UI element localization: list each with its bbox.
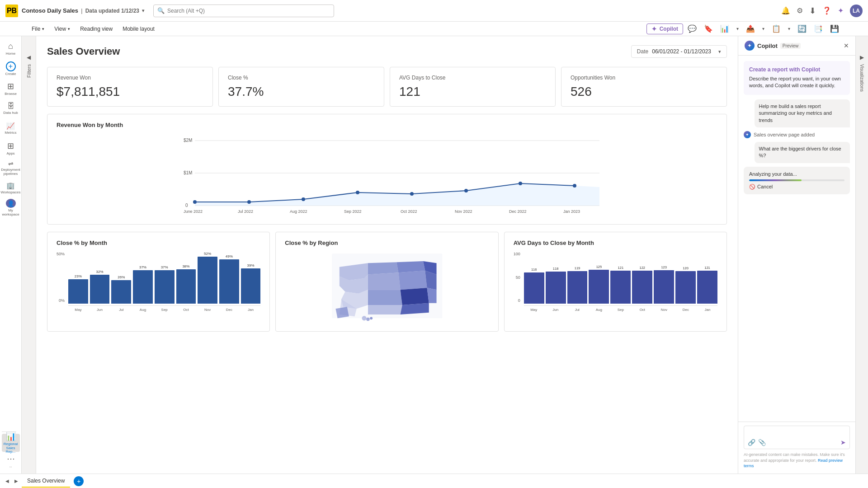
avg-bar-label: 125 bbox=[596, 265, 602, 269]
svg-text:Dec 2022: Dec 2022 bbox=[509, 209, 527, 214]
sidebar-item-deployment[interactable]: ⇌ Deployment pipelines bbox=[2, 159, 20, 177]
filter-label[interactable]: Filters bbox=[26, 64, 32, 78]
sidebar-item-create[interactable]: + Create bbox=[2, 60, 20, 78]
sidebar-item-browse[interactable]: ⊞ Browse bbox=[2, 80, 20, 98]
search-bar[interactable]: 🔍 bbox=[153, 5, 334, 17]
download-icon[interactable]: ⬇ bbox=[809, 6, 816, 16]
copilot-button[interactable]: ✦ Copilot bbox=[646, 23, 683, 34]
sidebar-item-metrics[interactable]: 📈 Metrics bbox=[2, 119, 20, 137]
sidebar-item-datahub[interactable]: 🗄 Data hub bbox=[2, 99, 20, 117]
svg-text:Jan 2023: Jan 2023 bbox=[563, 209, 580, 214]
chevron-right-icon[interactable]: ▶ bbox=[860, 54, 864, 61]
avg-days-chart-card: AVG Days to Close by Month 100 50 0 1161… bbox=[504, 232, 727, 332]
sidebar-item-myworkspace[interactable]: 👤 My workspace bbox=[2, 199, 20, 217]
bookmark-icon[interactable]: 🔖 bbox=[702, 23, 715, 34]
copilot-star-icon[interactable]: ✦ bbox=[838, 6, 844, 15]
bar-month-label: Dec bbox=[219, 308, 239, 312]
revenue-chart-card: Revenue Won by Month $2M $1M 0 bbox=[47, 114, 727, 225]
cancel-icon: 🚫 bbox=[749, 184, 755, 190]
link-icon[interactable]: 🔗 bbox=[748, 439, 755, 446]
avg-month-labels: MayJunJulAugSepOctNovDecJan bbox=[524, 308, 717, 312]
copilot-chat-area: Help me build a sales report summarizing… bbox=[744, 99, 850, 416]
sidebar-item-home[interactable]: ⌂ Home bbox=[2, 40, 20, 58]
menu-mobile-layout[interactable]: Mobile layout bbox=[118, 24, 159, 34]
tab-sales-overview[interactable]: Sales Overview bbox=[22, 475, 70, 488]
chevron-down-icon[interactable]: ▾ bbox=[735, 25, 741, 32]
avg-bar-col: 119 bbox=[567, 266, 588, 304]
report-header: Sales Overview Date 06/01/2022 - 01/12/2… bbox=[47, 45, 727, 58]
sidebar-item-workspaces[interactable]: 🏢 Workspaces bbox=[2, 179, 20, 197]
avg-month-label: Oct bbox=[632, 308, 652, 312]
bar-rect bbox=[90, 275, 110, 304]
bottom-charts: Close % by Month 50% 0% 23%32%26%37%37%3… bbox=[47, 232, 727, 332]
datahub-icon: 🗄 bbox=[7, 102, 14, 110]
chat-icon[interactable]: 💬 bbox=[686, 23, 698, 34]
sidebar-item-more[interactable]: ⋯ ... bbox=[2, 452, 20, 470]
viz-label[interactable]: Visualizations bbox=[859, 64, 864, 92]
chevron-down-icon[interactable]: ▾ bbox=[142, 8, 144, 13]
copilot-input-area: 🔗 📎 ➤ AI-generated content can make mist… bbox=[738, 422, 855, 474]
avg-bar-col: 125 bbox=[589, 265, 609, 304]
cancel-row[interactable]: 🚫 Cancel bbox=[749, 184, 844, 190]
tab-prev-btn[interactable]: ◀ bbox=[4, 478, 11, 484]
kpi-value-opps-won: 526 bbox=[571, 84, 717, 99]
copilot-title-row: ✦ Copilot Preview bbox=[745, 41, 801, 51]
menu-view[interactable]: View ▾ bbox=[50, 24, 75, 34]
save-icon[interactable]: 💾 bbox=[828, 23, 841, 34]
attachment-icon[interactable]: 📎 bbox=[758, 439, 766, 446]
sidebar-item-regional-sales[interactable]: 📊 Regional Sales Rep... bbox=[2, 434, 20, 452]
search-input[interactable] bbox=[167, 8, 330, 14]
bar-pct-label: 38% bbox=[182, 264, 189, 268]
bar-col: 38% bbox=[176, 264, 196, 304]
topbar-right: 🔔 ⚙ ⬇ ❓ ✦ LA bbox=[781, 5, 863, 17]
close-icon[interactable]: ✕ bbox=[844, 42, 849, 49]
menubar-right: ✦ Copilot 💬 🔖 📊 ▾ 📤 ▾ 📋 ▾ 🔄 📑 💾 bbox=[646, 23, 841, 34]
tab-next-btn[interactable]: ▶ bbox=[13, 478, 20, 484]
chevron-down-icon[interactable]: ▾ bbox=[786, 25, 792, 32]
cancel-label[interactable]: Cancel bbox=[757, 184, 773, 189]
data-updated[interactable]: Data updated 1/12/23 bbox=[85, 8, 139, 14]
kpi-value-avg-days: 121 bbox=[399, 84, 546, 99]
send-button[interactable]: ➤ bbox=[840, 439, 846, 446]
date-filter[interactable]: Date 06/01/2022 - 01/12/2023 ▾ bbox=[631, 45, 727, 58]
app-title: Contoso Daily Sales bbox=[22, 7, 78, 14]
kpi-card-opps-won: Opportunities Won 526 bbox=[561, 67, 727, 107]
copilot-input-box[interactable]: 🔗 📎 ➤ bbox=[744, 426, 850, 449]
add-tab-button[interactable]: + bbox=[74, 476, 84, 486]
filter-panel: ◀ Filters bbox=[22, 36, 36, 474]
notification-icon[interactable]: 🔔 bbox=[781, 6, 790, 15]
svg-point-12 bbox=[464, 189, 468, 192]
analyzing-text: Analyzing your data... bbox=[749, 171, 844, 177]
kpi-value-close-pct: 37.7% bbox=[228, 84, 375, 99]
visual-icon[interactable]: 📊 bbox=[718, 23, 731, 34]
avg-bar-col: 122 bbox=[632, 266, 652, 304]
table-icon[interactable]: 📋 bbox=[770, 23, 783, 34]
menu-file[interactable]: File ▾ bbox=[27, 24, 49, 34]
preview-terms-link[interactable]: Read preview terms bbox=[744, 458, 843, 469]
revenue-chart-title: Revenue Won by Month bbox=[57, 122, 717, 128]
copilot-promo-title: Create a report with Copilot bbox=[749, 66, 844, 73]
svg-point-9 bbox=[302, 197, 305, 201]
deployment-icon: ⇌ bbox=[8, 160, 14, 167]
refresh-icon[interactable]: 🔄 bbox=[796, 23, 808, 34]
chevron-down-icon[interactable]: ▾ bbox=[760, 25, 766, 32]
avg-bar-col: 118 bbox=[546, 267, 566, 304]
sidebar-item-apps[interactable]: ⊞ Apps bbox=[2, 139, 20, 157]
help-icon[interactable]: ❓ bbox=[822, 6, 831, 15]
toolbar-icons: 💬 🔖 📊 ▾ 📤 ▾ 📋 ▾ 🔄 📑 💾 bbox=[686, 23, 841, 34]
menu-reading-view[interactable]: Reading view bbox=[75, 24, 117, 34]
topbar: PB Contoso Daily Sales | Data updated 1/… bbox=[0, 0, 868, 22]
svg-point-13 bbox=[519, 182, 522, 185]
avg-bar-col: 116 bbox=[524, 267, 544, 304]
filter-collapse-arrow[interactable]: ◀ bbox=[27, 54, 31, 61]
bar-rect bbox=[176, 269, 196, 304]
avg-bar-label: 123 bbox=[661, 265, 667, 269]
copilot-disclaimer: AI-generated content can make mistakes. … bbox=[744, 452, 850, 469]
copy-icon[interactable]: 📑 bbox=[812, 23, 825, 34]
share-icon[interactable]: 📤 bbox=[744, 23, 757, 34]
user-avatar[interactable]: LA bbox=[850, 5, 863, 17]
kpi-value-revenue: $7,811,851 bbox=[57, 84, 203, 99]
avg-days-y-axis: 100 50 0 bbox=[514, 252, 522, 312]
kpi-card-revenue: Revenue Won $7,811,851 bbox=[47, 67, 213, 107]
settings-icon[interactable]: ⚙ bbox=[797, 6, 803, 15]
